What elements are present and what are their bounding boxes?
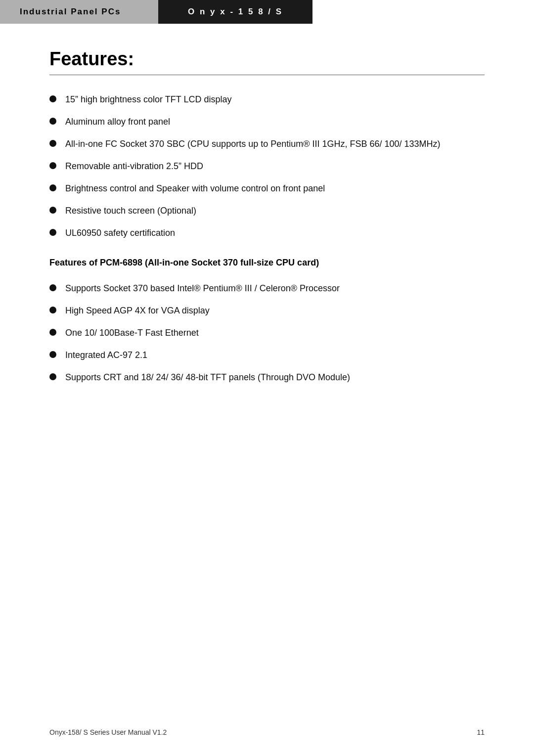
bullet-icon [49, 373, 56, 380]
bullet-icon [49, 207, 56, 214]
sub-features-list: Supports Socket 370 based Intel® Pentium… [49, 282, 485, 384]
footer-manual-text: Onyx-158/ S Series User Manual V1.2 [49, 728, 167, 736]
list-item: Brightness control and Speaker with volu… [49, 182, 485, 195]
sub-feature-item-text: High Speed AGP 4X for VGA display [65, 304, 485, 317]
list-item: Supports Socket 370 based Intel® Pentium… [49, 282, 485, 295]
list-item: All-in-one FC Socket 370 SBC (CPU suppor… [49, 137, 485, 151]
list-item: Integrated AC-97 2.1 [49, 349, 485, 362]
feature-item-text: Brightness control and Speaker with volu… [65, 182, 485, 195]
list-item: 15” high brightness color TFT LCD displa… [49, 93, 485, 106]
list-item: UL60950 safety certification [49, 226, 485, 240]
main-content: Features: 15” high brightness color TFT … [0, 48, 534, 384]
feature-item-text: Aluminum alloy front panel [65, 115, 485, 129]
bullet-icon [49, 351, 56, 358]
list-item: Aluminum alloy front panel [49, 115, 485, 129]
sub-feature-item-text: Integrated AC-97 2.1 [65, 349, 485, 362]
feature-item-text: 15” high brightness color TFT LCD displa… [65, 93, 485, 106]
bullet-icon [49, 329, 56, 336]
header-left-label: Industrial Panel PCs [20, 7, 121, 16]
header-right-label: O n y x - 1 5 8 / S [188, 7, 283, 16]
page-title: Features: [49, 48, 485, 75]
header-bar: Industrial Panel PCs O n y x - 1 5 8 / S [0, 0, 534, 24]
footer: Onyx-158/ S Series User Manual V1.2 11 [49, 728, 485, 736]
sub-feature-item-text: One 10/ 100Base-T Fast Ethernet [65, 326, 485, 340]
list-item: Supports CRT and 18/ 24/ 36/ 48-bit TFT … [49, 371, 485, 384]
list-item: High Speed AGP 4X for VGA display [49, 304, 485, 317]
bullet-icon [49, 95, 56, 102]
features-list: 15” high brightness color TFT LCD displa… [49, 93, 485, 240]
feature-item-text: All-in-one FC Socket 370 SBC (CPU suppor… [65, 137, 485, 151]
list-item: One 10/ 100Base-T Fast Ethernet [49, 326, 485, 340]
feature-item-text: Resistive touch screen (Optional) [65, 204, 485, 218]
bullet-icon [49, 162, 56, 169]
feature-item-text: Removable anti-vibration 2.5” HDD [65, 160, 485, 173]
list-item: Removable anti-vibration 2.5” HDD [49, 160, 485, 173]
footer-page-number: 11 [477, 728, 485, 736]
page-wrapper: Industrial Panel PCs O n y x - 1 5 8 / S… [0, 0, 534, 756]
sub-feature-item-text: Supports Socket 370 based Intel® Pentium… [65, 282, 485, 295]
header-left: Industrial Panel PCs [0, 0, 158, 24]
bullet-icon [49, 118, 56, 125]
bullet-icon [49, 140, 56, 147]
bullet-icon [49, 307, 56, 313]
list-item: Resistive touch screen (Optional) [49, 204, 485, 218]
sub-feature-item-text: Supports CRT and 18/ 24/ 36/ 48-bit TFT … [65, 371, 485, 384]
feature-item-text: UL60950 safety certification [65, 226, 485, 240]
header-right: O n y x - 1 5 8 / S [158, 0, 312, 24]
sub-section-title: Features of PCM-6898 (All-in-one Socket … [49, 258, 485, 268]
bullet-icon [49, 284, 56, 291]
bullet-icon [49, 184, 56, 191]
bullet-icon [49, 229, 56, 236]
